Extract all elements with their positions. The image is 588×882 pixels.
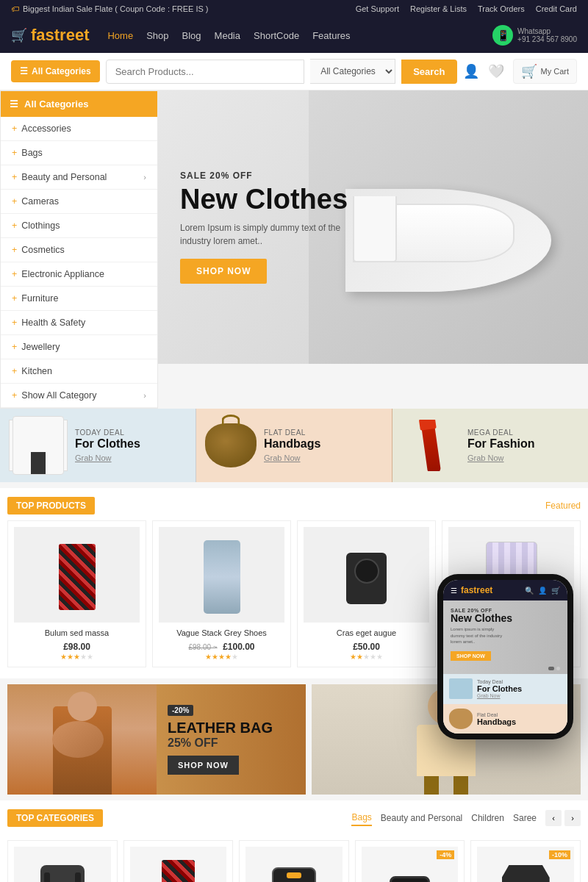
cat-next-button[interactable]: › [564, 810, 581, 826]
sidebar-item-health[interactable]: +Health & Safety [1, 311, 157, 335]
sidebar-item-kitchen[interactable]: +Kitchen [1, 359, 157, 384]
mid-shop-now-button[interactable]: SHOP NOW [168, 756, 239, 775]
mobile-cart-icon: 🛒 [551, 587, 560, 595]
cat-card-5[interactable]: -10% Etiam nec massa £100.00 £90.00 ★★★★… [470, 840, 581, 882]
discount-badge: -20% [168, 705, 193, 716]
cat-card-1[interactable]: Black Lowest Jeans £110.00 ★★★★★ [7, 840, 118, 882]
product-img-1 [14, 527, 140, 623]
mobile-shop-now-button[interactable]: SHOP NOW [451, 651, 491, 661]
cat-card-2[interactable]: Bulum sed massa £98.00 ★★★★★ [123, 840, 234, 882]
deal-card-fashion[interactable]: Mega Deal For Fashion Grab Now [392, 409, 588, 482]
top-products-header: TOP PRODUCTS Featured [7, 488, 581, 520]
cat-prev-button[interactable]: ‹ [545, 810, 562, 826]
sidebar-item-furniture[interactable]: +Furniture [1, 287, 157, 311]
hero-title: New Clothes [180, 184, 348, 215]
hero-shop-now-button[interactable]: SHOP NOW [180, 259, 267, 284]
cat-tab-beauty[interactable]: Beauty and Personal [381, 811, 462, 825]
search-button[interactable]: Search [401, 60, 456, 84]
track-orders-link[interactable]: Track Orders [478, 4, 525, 13]
product-stars-3: ★★★★★ [304, 653, 429, 661]
main-content: ☰ All Categories +Accessories +Bags +Bea… [0, 90, 588, 409]
sidebar: ☰ All Categories +Accessories +Bags +Bea… [0, 90, 158, 409]
product-price-2: £98.00 ~ £100.00 [159, 639, 284, 653]
product-price-3: £50.00 [304, 639, 429, 653]
credit-card-link[interactable]: Credit Card [536, 4, 577, 13]
nav-shop[interactable]: Shop [146, 30, 168, 41]
wishlist-icon-button[interactable]: 🤍 [488, 63, 504, 79]
top-categories-header: TOP CATEGORIES Bags Beauty and Personal … [7, 800, 581, 833]
deal-handbags-image [205, 423, 257, 467]
register-link[interactable]: Register & Lists [410, 4, 467, 13]
product-img-2 [159, 527, 284, 623]
hero-description: Lorem Ipsum is simply dummy text of the … [180, 221, 342, 248]
mobile-hero-title: New Clothes [451, 613, 560, 624]
cart-button[interactable]: 🛒 My Cart [513, 59, 578, 84]
mobile-screen: ☰ fastreet 🔍 👤 🛒 SALE 20% OFF New Clothe… [443, 580, 567, 734]
mobile-deal2-title: Handbags [477, 717, 516, 726]
mid-banner-text: -20% LEATHER BAG 25% OFF SHOP NOW [157, 705, 291, 775]
search-input[interactable] [106, 60, 304, 84]
featured-link[interactable]: Featured [545, 501, 581, 511]
nav-home[interactable]: Home [107, 30, 133, 41]
sidebar-item-show-all[interactable]: +Show All Category › [1, 384, 157, 408]
get-support-link[interactable]: Get Support [356, 4, 399, 13]
whatsapp-text: Whatsapp +91 234 567 8900 [517, 27, 577, 43]
sidebar-item-cosmetics[interactable]: +Cosmetics [1, 238, 157, 262]
product-stars-2: ★★★★★ [159, 653, 284, 661]
nav-features[interactable]: Features [312, 30, 350, 41]
deal-clothes-image [9, 420, 68, 471]
product-card-2[interactable]: Vague Stack Grey Shoes £98.00 ~ £100.00 … [152, 520, 291, 667]
product-card-3[interactable]: Cras eget augue £50.00 ★★★★★ [297, 520, 436, 667]
cat-img-3 [245, 847, 343, 882]
sidebar-item-bags[interactable]: +Bags [1, 141, 157, 165]
cat-tab-children[interactable]: Children [471, 811, 504, 825]
cat-card-4[interactable]: -4% Dopibus in Scalf £35.00 £30.00 ★★★★★ [355, 840, 465, 882]
deal-banners: Today Deal For Clothes Grab Now Flat Dea… [0, 409, 588, 482]
cart-label: My Cart [541, 67, 570, 76]
search-bar: ☰ All Categories All Categories Search 👤… [0, 53, 588, 90]
user-icon-button[interactable]: 👤 [463, 63, 479, 79]
deal-handbags-text: Flat Deal Handbags Grab Now [264, 429, 383, 462]
product-card-1[interactable]: Bulum sed massa £98.00 ★★★★★ [7, 520, 146, 667]
product-name-1: Bulum sed massa [14, 628, 140, 637]
hero-content: SALE 20% OFF New Clothes Lorem Ipsum is … [180, 171, 348, 284]
sidebar-header: ☰ All Categories [1, 91, 157, 117]
cat-card-3[interactable]: Cras eget augue £90.00 ★★★★★ [239, 840, 349, 882]
nav-blog[interactable]: Blog [182, 30, 201, 41]
category-select[interactable]: All Categories [310, 59, 395, 84]
sidebar-item-electronics[interactable]: +Electronic Appliance [1, 262, 157, 287]
mobile-menu-logo: ☰ fastreet [451, 585, 492, 595]
product-name-3: Cras eget augue [304, 628, 429, 637]
main-nav: Home Shop Blog Media ShortCode Features [107, 30, 350, 41]
deal-card-handbags[interactable]: Flat Deal Handbags Grab Now [196, 409, 392, 482]
cat-img-1 [14, 847, 111, 882]
whatsapp-box[interactable]: 📱 Whatsapp +91 234 567 8900 [492, 25, 577, 46]
promo-text: 🏷 Biggest Indian Sale Flate ( Coupn Code… [11, 4, 209, 13]
cat-tab-bags[interactable]: Bags [351, 810, 371, 826]
deal-card-clothes[interactable]: Today Deal For Clothes Grab Now [0, 409, 196, 482]
sidebar-item-jewellery[interactable]: +Jewellery [1, 335, 157, 359]
sidebar-item-cameras[interactable]: +Cameras [1, 190, 157, 214]
logo[interactable]: 🛒 fastreet [11, 26, 89, 45]
sidebar-item-clothings[interactable]: +Clothings [1, 214, 157, 238]
mobile-user-icon: 👤 [538, 587, 547, 595]
nav-media[interactable]: Media [215, 30, 240, 41]
product-img-3 [304, 527, 429, 623]
all-categories-button[interactable]: ☰ All Categories [11, 60, 100, 82]
whatsapp-icon: 📱 [492, 25, 513, 46]
mobile-hero-desc: Lorem ipsum is simply dummy text of the … [451, 626, 509, 645]
sidebar-item-beauty[interactable]: +Beauty and Personal › [1, 165, 157, 190]
tag-icon: 🏷 [11, 4, 19, 13]
mobile-deal1-grab[interactable]: Grab Now [477, 693, 522, 698]
nav-shortcode[interactable]: ShortCode [254, 30, 299, 41]
mobile-hero: SALE 20% OFF New Clothes Lorem ipsum is … [443, 600, 567, 674]
cat-tab-saree[interactable]: Saree [513, 811, 537, 825]
cat-img-5: -10% [477, 847, 574, 882]
sidebar-item-accessories[interactable]: +Accessories [1, 117, 157, 141]
mobile-mockup: ☰ fastreet 🔍 👤 🛒 SALE 20% OFF New Clothe… [437, 574, 573, 739]
mid-section: -20% LEATHER BAG 25% OFF SHOP NOW [0, 684, 588, 795]
sale-badge-4: -4% [437, 850, 454, 859]
mobile-deal-handbags: Flat Deal Handbags [443, 704, 567, 734]
deal-fashion-image [401, 420, 460, 471]
mobile-logo: fastreet [461, 585, 492, 595]
